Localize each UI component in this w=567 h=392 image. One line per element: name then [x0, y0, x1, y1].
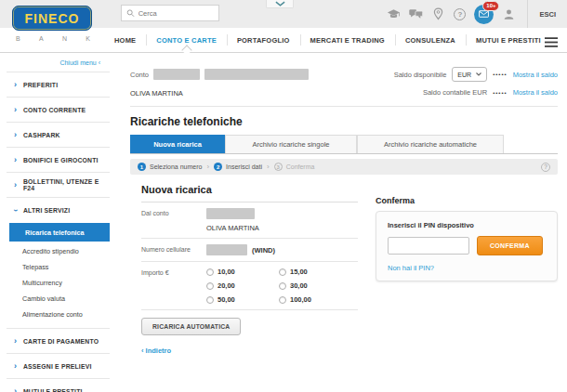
sidebar-item-altri-servizi[interactable]: › ALTRI SERVIZI	[7, 198, 110, 223]
sidebar-item-preferiti[interactable]: › PREFERITI	[7, 72, 110, 98]
confirm-panel: Conferma Inserisci il PIN dispositivo CO…	[376, 184, 558, 355]
operator-label: (WIND)	[252, 246, 275, 255]
step-separator: ›	[206, 163, 209, 171]
mail-icon[interactable]: 10+	[474, 5, 494, 24]
nav-item-consulenza[interactable]: CONSULENZA	[395, 36, 466, 45]
radio-icon	[206, 296, 214, 304]
tab-nuova-ricarica[interactable]: Nuova ricarica	[130, 135, 225, 153]
redacted-source-account	[206, 208, 255, 219]
form-account-holder: OLIVA MARTINA	[206, 224, 358, 232]
redacted-phone-number	[206, 244, 247, 255]
nav-items: HOME CONTO E CARTE PORTAFOGLIO MERCATI E…	[104, 28, 551, 52]
sidebar-item-bollettini-utenze-f24[interactable]: › BOLLETTINI, UTENZE E F24	[7, 173, 110, 198]
header-collapse-tab[interactable]	[266, 0, 294, 8]
chevron-right-icon: ›	[14, 156, 17, 164]
logout-button[interactable]: ESCI	[527, 0, 567, 28]
saldo-contabile-label: Saldo contabile EUR	[423, 88, 487, 97]
amount-radio-30[interactable]: 30,00	[279, 281, 351, 290]
submenu-item-ricarica-telefonica[interactable]: Ricarica telefonica	[9, 223, 110, 242]
nav-item-mercati-e-trading[interactable]: MERCATI E TRADING	[300, 36, 395, 45]
account-info: Conto OLIVA MARTINA	[130, 66, 309, 98]
masked-balance: •••••	[493, 72, 508, 77]
sidebar: Chiudi menu ‹ › PREFERITI › CONTO CORREN…	[0, 53, 113, 392]
chevron-right-icon: ›	[14, 337, 17, 346]
step-inserisci-dati: 2 Inserisci dati	[214, 163, 262, 171]
wizard-steps: 1 Seleziona numero › 2 Inserisci dati › …	[130, 159, 558, 175]
submenu-item-alimentazione-conto[interactable]: Alimentazione conto	[7, 307, 110, 322]
amount-radio-10[interactable]: 10,00	[206, 268, 279, 276]
step-seleziona-numero: 1 Seleziona numero	[138, 163, 202, 171]
numero-cellulare-label: Numero cellulare	[141, 244, 206, 255]
currency-select[interactable]: EUR	[452, 67, 487, 82]
submenu-item-cambio-valuta[interactable]: Cambio valuta	[7, 291, 110, 307]
pin-box: Inserisci il PIN dispositivo CONFERMA No…	[376, 211, 558, 281]
sidebar-item-carte-di-pagamento[interactable]: › CARTE DI PAGAMENTO	[7, 329, 110, 354]
nav-item-portafoglio[interactable]: PORTAFOGLIO	[227, 36, 300, 45]
chevron-right-icon: ›	[14, 106, 17, 114]
mostra-saldo-link[interactable]: Mostra il saldo	[513, 71, 558, 79]
nav-item-home[interactable]: HOME	[104, 36, 146, 45]
fineco-logo[interactable]: FINECO	[12, 6, 92, 31]
header-actions: ? 10+ ESCI	[387, 0, 567, 28]
chevron-right-icon: ›	[14, 387, 17, 392]
tab-archivio-ricariche-singole[interactable]: Archivio ricariche singole	[225, 135, 357, 153]
sidebar-item-conto-corrente[interactable]: › CONTO CORRENTE	[7, 98, 110, 123]
fineco-logo-bank-label: BANK	[16, 35, 90, 42]
conferma-button[interactable]: CONFERMA	[477, 236, 543, 255]
graduation-cap-icon[interactable]	[387, 7, 401, 21]
sidebar-item-cashpark[interactable]: › CASHPARK	[7, 123, 110, 148]
envelope-glyph	[479, 10, 489, 18]
amount-radio-15[interactable]: 15,00	[279, 268, 351, 276]
search-icon	[126, 8, 135, 18]
conto-label: Conto	[130, 71, 149, 79]
chevron-right-icon: ›	[14, 181, 17, 189]
user-icon[interactable]	[502, 7, 516, 21]
submenu-item-telepass[interactable]: Telepass	[7, 259, 110, 275]
amount-radio-50[interactable]: 50,00	[206, 295, 279, 304]
amount-radio-100[interactable]: 100,00	[279, 295, 351, 304]
chevron-right-icon: ›	[14, 81, 17, 89]
radio-icon	[279, 282, 286, 290]
account-summary: Conto OLIVA MARTINA Saldo disponibile EU…	[130, 53, 558, 107]
form-row-dal-conto: Dal conto OLIVA MARTINA	[141, 203, 358, 239]
confirm-title: Conferma	[376, 196, 558, 205]
nav-item-conto-e-carte[interactable]: CONTO E CARTE	[146, 36, 227, 45]
ricarica-automatica-button[interactable]: RICARICA AUTOMATICA	[141, 318, 241, 335]
sidebar-item-mutui-e-prestiti[interactable]: › MUTUI E PRESTITI	[7, 379, 110, 392]
altri-servizi-submenu: Ricarica telefonica Accredito stipendio …	[7, 223, 110, 329]
dal-conto-label: Dal conto	[141, 208, 206, 232]
sidebar-item-bonifici-e-giroconti[interactable]: › BONIFICI E GIROCONTI	[7, 148, 110, 173]
submenu-item-accredito-stipendio[interactable]: Accredito stipendio	[7, 243, 110, 259]
saldo-disponibile-label: Saldo disponibile	[394, 71, 447, 79]
form-title: Nuova ricarica	[141, 184, 364, 195]
radio-icon	[279, 268, 286, 276]
submenu-item-multicurrency[interactable]: Multicurrency	[7, 275, 110, 291]
pin-input[interactable]	[388, 237, 469, 255]
help-icon[interactable]: ?	[454, 8, 466, 20]
chevron-right-icon: ›	[14, 131, 17, 139]
masked-balance: •••••	[493, 90, 508, 96]
radio-icon	[279, 296, 286, 304]
chevron-down-icon	[476, 72, 481, 76]
amount-radio-20[interactable]: 20,00	[206, 281, 279, 290]
tab-bar: Nuova ricarica Archivio ricariche singol…	[130, 135, 558, 154]
search-input[interactable]	[138, 9, 214, 18]
radio-icon	[206, 268, 214, 276]
indietro-link[interactable]: ‹ Indietro	[141, 346, 364, 355]
tab-archivio-ricariche-automatiche[interactable]: Archivio ricariche automatiche	[357, 135, 504, 153]
non-hai-il-pin-link[interactable]: Non hai il PIN?	[388, 264, 546, 272]
location-pin-icon[interactable]	[431, 7, 445, 21]
account-holder: OLIVA MARTINA	[130, 89, 309, 98]
form-row-importo: Importo € 10,00 15,00	[141, 262, 358, 310]
sidebar-item-assegni-e-prelievi[interactable]: › ASSEGNI E PRELIEVI	[7, 354, 110, 379]
main-content: Conto OLIVA MARTINA Saldo disponibile EU…	[130, 53, 558, 355]
nav-item-mutui-e-prestiti[interactable]: MUTUI E PRESTITI	[466, 36, 551, 45]
step-separator: ›	[267, 163, 270, 171]
mostra-saldo-link[interactable]: Mostra il saldo	[513, 88, 558, 97]
menu-hamburger-icon[interactable]	[545, 34, 558, 51]
chat-icon[interactable]	[409, 7, 423, 21]
search-bar[interactable]	[121, 5, 219, 21]
steps-help-icon[interactable]: ?	[541, 163, 550, 172]
page-title: Ricariche telefoniche	[130, 115, 558, 128]
close-menu-link[interactable]: Chiudi menu ‹	[7, 53, 110, 72]
